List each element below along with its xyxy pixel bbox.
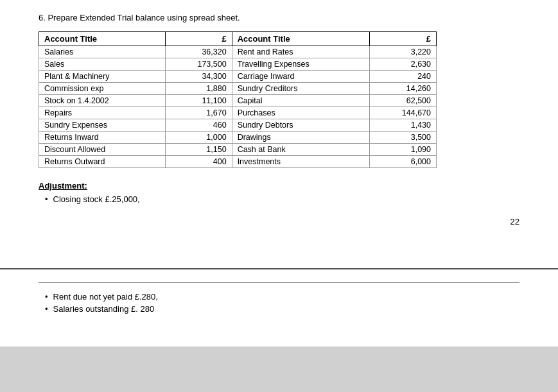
account-title-right: Rent and Rates [232,46,370,58]
question-header: 6. Prepare Extended Trial balance using … [39,13,519,22]
col-header-account2: Account Title [232,32,370,46]
table-row: Commission exp1,880Sundry Creditors14,26… [39,83,437,95]
account-title-right: Drawings [232,132,370,144]
lower-page: •Rent due not yet paid £.280,•Salaries o… [0,269,558,346]
table-row: Plant & Machinery34,300Carriage Inward24… [39,71,437,83]
col-header-amount2: £ [370,32,437,46]
table-row: Stock on 1.4.200211,100Capital62,500 [39,95,437,107]
amount-right: 3,220 [370,46,437,58]
divider-line [39,282,519,283]
account-title-left: Sales [39,58,166,71]
amount-left: 34,300 [166,71,232,83]
amount-left: 1,150 [166,144,232,156]
account-title-right: Carriage Inward [232,71,370,83]
amount-left: 1,000 [166,132,232,144]
table-row: Salaries36,320Rent and Rates3,220 [39,46,437,58]
amount-left: 460 [166,119,232,132]
account-title-left: Salaries [39,46,166,58]
adjustment-item: •Closing stock £.25,000, [45,194,519,204]
account-title-left: Stock on 1.4.2002 [39,95,166,107]
lower-item-text: Rent due not yet paid £.280, [53,292,158,302]
amount-right: 240 [370,71,437,83]
amount-right: 2,630 [370,58,437,71]
amount-left: 1,880 [166,83,232,95]
bullet-icon: • [45,194,48,204]
account-title-left: Sundry Expenses [39,119,166,132]
amount-right: 1,430 [370,119,437,132]
table-row: Repairs1,670Purchases144,670 [39,107,437,119]
lower-item-text: Salaries outstanding £. 280 [53,304,155,314]
account-title-left: Plant & Machinery [39,71,166,83]
account-title-right: Capital [232,95,370,107]
account-title-right: Investments [232,156,370,168]
amount-left: 11,100 [166,95,232,107]
amount-right: 144,670 [370,107,437,119]
account-title-left: Returns Inward [39,132,166,144]
table-row: Sales173,500Travelling Expenses2,630 [39,58,437,71]
adjustment-title: Adjustment: [39,181,519,191]
amount-left: 400 [166,156,232,168]
amount-left: 173,500 [166,58,232,71]
account-title-right: Sundry Debtors [232,119,370,132]
table-row: Returns Inward1,000Drawings3,500 [39,132,437,144]
upper-page: 6. Prepare Extended Trial balance using … [0,0,558,269]
amount-right: 6,000 [370,156,437,168]
amount-right: 14,260 [370,83,437,95]
page-container: 6. Prepare Extended Trial balance using … [0,0,558,346]
adjustment-text: Closing stock £.25,000, [53,194,140,204]
table-row: Sundry Expenses460Sundry Debtors1,430 [39,119,437,132]
amount-left: 36,320 [166,46,232,58]
amount-left: 1,670 [166,107,232,119]
account-title-right: Travelling Expenses [232,58,370,71]
account-title-left: Discount Allowed [39,144,166,156]
page-number: 22 [39,217,519,226]
amount-right: 62,500 [370,95,437,107]
account-title-right: Cash at Bank [232,144,370,156]
account-title-left: Returns Outward [39,156,166,168]
amount-right: 1,090 [370,144,437,156]
lower-bullets: •Rent due not yet paid £.280,•Salaries o… [39,292,519,314]
account-title-right: Purchases [232,107,370,119]
col-header-amount1: £ [166,32,232,46]
lower-bullet-item: •Rent due not yet paid £.280, [45,292,519,302]
account-title-left: Repairs [39,107,166,119]
bullet-icon: • [45,292,48,302]
table-row: Returns Outward400Investments6,000 [39,156,437,168]
trial-balance-table: Account Title £ Account Title £ Salaries… [39,31,437,168]
bullet-icon: • [45,304,48,314]
col-header-account1: Account Title [39,32,166,46]
account-title-left: Commission exp [39,83,166,95]
lower-bullet-item: •Salaries outstanding £. 280 [45,304,519,314]
adjustment-section: Adjustment: •Closing stock £.25,000, [39,181,519,204]
table-row: Discount Allowed1,150Cash at Bank1,090 [39,144,437,156]
amount-right: 3,500 [370,132,437,144]
account-title-right: Sundry Creditors [232,83,370,95]
